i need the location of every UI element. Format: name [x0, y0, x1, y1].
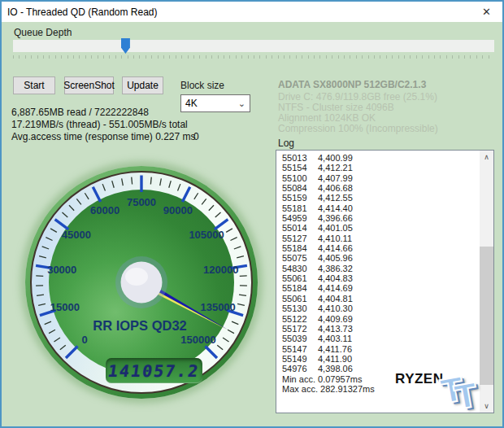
titlebar[interactable]: IO - Threaded QD (Random Read) ✕	[2, 2, 502, 22]
drive-capacity-text: Drive C: 476.9/119.8GB free (25.1%)	[278, 91, 437, 103]
block-size-label: Block size	[180, 80, 224, 91]
drive-filesystem-text: NTFS - Cluster size 4096B	[278, 102, 394, 113]
gauge-face	[49, 190, 234, 375]
gauge-lcd-value: 141057.2	[107, 361, 202, 381]
speed-text: 17.219MB/s (thread) - 551.005MB/s total	[11, 119, 188, 130]
log-row[interactable]: 549594,396.66	[276, 213, 479, 223]
log-row[interactable]: 551004,407.99	[276, 173, 479, 183]
log-row[interactable]: 551724,413.73	[276, 324, 479, 334]
log-row[interactable]: 551224,409.69	[276, 314, 479, 324]
log-row[interactable]: 551544,412.21	[276, 163, 479, 173]
slider-thumb[interactable]	[121, 38, 130, 54]
scroll-up-icon[interactable]: ∧	[480, 151, 493, 164]
log-row[interactable]: 551844,414.69	[276, 283, 479, 293]
ryzen-watermark: RYZEN	[395, 371, 444, 387]
drive-model-text: ADATA SX8000NP 512GB/C2.1.3	[278, 79, 426, 90]
block-size-value: 4K	[185, 98, 198, 109]
update-button[interactable]: Update	[122, 76, 163, 94]
log-row[interactable]: 550844,406.68	[276, 183, 479, 193]
log-row[interactable]: 551304,410.30	[276, 304, 479, 313]
log-rows: 550134,400.99551544,412.21551004,407.995…	[276, 153, 479, 394]
access-time-text: Avg.access time (response time) 0.227 ms	[11, 131, 196, 142]
iops-gauge: 0150003000045000600007500090000105000120…	[25, 166, 258, 399]
start-button[interactable]: Start	[13, 76, 55, 94]
chevron-down-icon: ⌄	[238, 99, 245, 107]
block-size-dropdown[interactable]: 4K ⌄	[180, 94, 250, 112]
read-total-text: 6,887.65MB read / 7222222848	[11, 107, 149, 118]
screenshot-button[interactable]: ScreenShot	[64, 76, 114, 94]
close-icon[interactable]: ✕	[482, 6, 491, 18]
log-row[interactable]: 551844,414.66	[276, 243, 479, 253]
log-row[interactable]: 551474,411.76	[276, 344, 479, 354]
log-row[interactable]: 550614,404.81	[276, 294, 479, 304]
log-row[interactable]: 551494,411.90	[276, 354, 479, 364]
queue-depth-label: Queue Depth	[14, 27, 72, 38]
log-row[interactable]: 551274,410.11	[276, 234, 479, 243]
window-title: IO - Threaded QD (Random Read)	[7, 7, 158, 18]
app-window: IO - Threaded QD (Random Read) ✕ Queue D…	[0, 0, 504, 428]
queue-depth-slider[interactable]	[13, 40, 494, 52]
drive-compression-text: Compression 100% (Incompressible)	[278, 123, 438, 134]
log-row[interactable]: 550614,404.83	[276, 273, 479, 283]
drive-alignment-text: Alignment 1024KB OK	[278, 112, 376, 124]
queue-counter: 0	[193, 131, 199, 142]
log-label: Log	[278, 138, 294, 149]
log-row[interactable]: 551814,414.40	[276, 203, 479, 213]
log-row[interactable]: 550394,403.11	[276, 334, 479, 343]
log-row[interactable]: 548304,386.32	[276, 264, 479, 273]
log-row[interactable]: 550134,400.99	[276, 153, 479, 163]
log-row[interactable]: 550144,401.05	[276, 223, 479, 233]
gauge-lcd-readout: 141057.2	[106, 358, 202, 383]
tweaktown-logo: T T	[439, 368, 504, 428]
scrollbar-thumb[interactable]	[480, 247, 493, 385]
log-row[interactable]: 551594,412.55	[276, 193, 479, 203]
slider-tick-marks	[13, 55, 494, 59]
log-row[interactable]: 550754,405.96	[276, 253, 479, 263]
